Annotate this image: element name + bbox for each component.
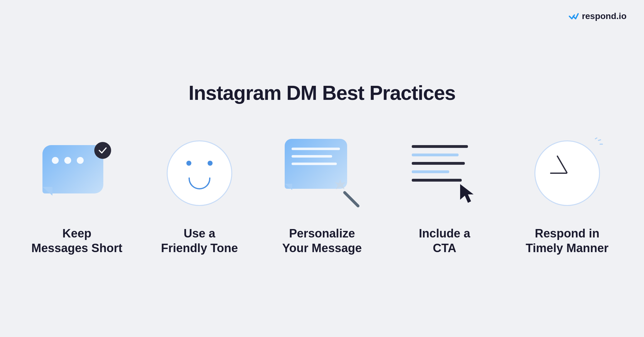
label-personalize: Personalize Your Message [282, 226, 362, 256]
svg-line-4 [598, 140, 601, 140]
icon-bubble-check [39, 136, 114, 211]
label-include-cta: Include a CTA [419, 226, 470, 256]
icon-doc-cursor [407, 136, 482, 211]
main-card: respond.io Instagram DM Best Practices [0, 0, 644, 337]
item-keep-messages-short: Keep Messages Short [25, 136, 129, 256]
logo: respond.io [569, 11, 627, 21]
logo-icon [569, 12, 580, 21]
icon-clock [530, 136, 605, 211]
svg-marker-2 [460, 184, 474, 203]
logo-text: respond.io [582, 11, 627, 21]
svg-marker-0 [335, 179, 346, 189]
items-row: Keep Messages Short Use a [0, 136, 644, 256]
icon-smiley [162, 136, 237, 211]
svg-line-1 [345, 193, 358, 206]
label-respond-timely: Respond in Timely Manner [526, 226, 608, 256]
label-friendly-tone: Use a Friendly Tone [161, 226, 238, 256]
label-keep-messages-short: Keep Messages Short [32, 226, 122, 256]
item-respond-timely: Respond in Timely Manner [515, 136, 619, 256]
item-friendly-tone: Use a Friendly Tone [148, 136, 252, 256]
item-personalize: Personalize Your Message [270, 136, 374, 256]
icon-message-wand [285, 136, 360, 211]
item-include-cta: Include a CTA [393, 136, 497, 256]
svg-line-3 [595, 138, 597, 139]
main-title: Instagram DM Best Practices [189, 81, 455, 105]
